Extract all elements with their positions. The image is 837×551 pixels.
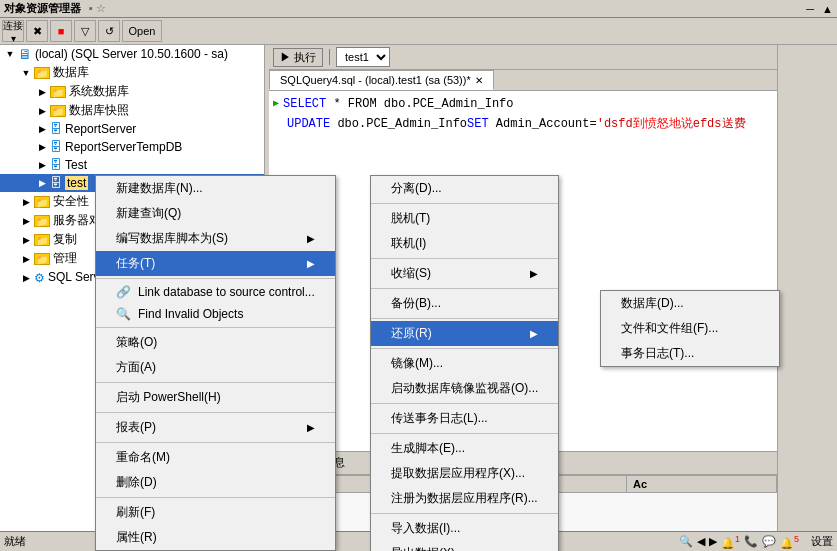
bottom-icons: 🔍 ◀ ▶ 🔔1 📞 💬 🔔5 设置 (679, 534, 833, 550)
submenu-log-ship[interactable]: 传送事务日志(L)... (371, 406, 558, 431)
rep-label: 复制 (53, 231, 77, 248)
mgmt-expander[interactable]: ▶ (18, 251, 34, 267)
submenu-backup[interactable]: 备份(B)... (371, 291, 558, 316)
submenu-shrink[interactable]: 收缩(S) ▶ (371, 261, 558, 286)
submenu-mirror[interactable]: 镜像(M)... (371, 351, 558, 376)
agent-expander[interactable]: ▶ (18, 270, 34, 286)
tree-snapshot[interactable]: ▶ 📁 数据库快照 (0, 101, 264, 120)
menu-script-db[interactable]: 编写数据库脚本为(S) ▶ (96, 226, 335, 251)
menu-powershell[interactable]: 启动 PowerShell(H) (96, 385, 335, 410)
restore-files[interactable]: 文件和文件组(F)... (601, 316, 779, 341)
snapshot-expander[interactable]: ▶ (34, 103, 50, 119)
sep-5 (96, 442, 335, 443)
restore-txlog[interactable]: 事务日志(T)... (601, 341, 779, 366)
menu-facets[interactable]: 方面(A) (96, 355, 335, 380)
menu-tasks[interactable]: 任务(T) ▶ (96, 251, 335, 276)
submenu-export[interactable]: 导出数据(X)... (371, 541, 558, 551)
chat-icon[interactable]: 💬 (762, 535, 776, 548)
menu-properties[interactable]: 属性(R) (96, 525, 335, 550)
submenu-offline[interactable]: 脱机(T) (371, 206, 558, 231)
open-btn[interactable]: Open (122, 20, 162, 42)
agent-icon: ⚙ (34, 271, 45, 285)
restore-arrow: ▶ (530, 328, 538, 339)
rep-expander[interactable]: ▶ (18, 232, 34, 248)
tab-label: SQLQuery4.sql - (local).test1 (sa (53))* (280, 74, 471, 86)
submenu-extract-dac[interactable]: 提取数据层应用程序(X)... (371, 461, 558, 486)
sec-label: 安全性 (53, 193, 89, 210)
stop-btn[interactable]: ■ (50, 20, 72, 42)
submenu-online[interactable]: 联机(I) (371, 231, 558, 256)
tsep-5 (371, 348, 558, 349)
connect-btn[interactable]: 连接 ▾ (2, 20, 24, 42)
sql-line-1: ▶ SELECT * FROM dbo.PCE_Admin_Info (273, 95, 773, 113)
menu-refresh[interactable]: 刷新(F) (96, 500, 335, 525)
execute-btn[interactable]: ▶ 执行 (273, 48, 323, 67)
sql-kw-update: UPDATE (287, 115, 330, 133)
sysdb-expander[interactable]: ▶ (34, 84, 50, 100)
sysdb-folder-icon: 📁 (50, 86, 66, 98)
sep-3 (96, 382, 335, 383)
play-prev-icon[interactable]: ◀ (697, 535, 705, 548)
submenu-restore[interactable]: 还原(R) ▶ (371, 321, 558, 346)
menu-find-invalid[interactable]: 🔍 Find Invalid Objects (96, 303, 335, 325)
top-nav-bar: 对象资源管理器 ▪ ☆ ─ ▲ (0, 0, 837, 18)
play-next-icon[interactable]: ▶ (709, 535, 717, 548)
settings-label: 设置 (811, 534, 833, 549)
tree-server-node[interactable]: ▼ 🖥 (local) (SQL Server 10.50.1600 - sa) (0, 45, 264, 63)
mgmt-folder-icon: 📁 (34, 253, 50, 265)
menu-policy[interactable]: 策略(O) (96, 330, 335, 355)
alert-icon[interactable]: 🔔5 (780, 534, 799, 550)
phone-icon[interactable]: 📞 (744, 535, 758, 548)
menu-rename[interactable]: 重命名(M) (96, 445, 335, 470)
server-expander[interactable]: ▼ (2, 46, 18, 62)
tree-system-db[interactable]: ▶ 📁 系统数据库 (0, 82, 264, 101)
sql-tab[interactable]: SQLQuery4.sql - (local).test1 (sa (53))*… (269, 70, 494, 90)
menu-new-query[interactable]: 新建查询(Q) (96, 201, 335, 226)
submenu-detach[interactable]: 分离(D)... (371, 176, 558, 201)
tree-reportserver[interactable]: ▶ 🗄 ReportServer (0, 120, 264, 138)
tree-databases[interactable]: ▼ 📁 数据库 (0, 63, 264, 82)
notification-icon[interactable]: 🔔1 (721, 534, 740, 550)
line-indicator-1: ▶ (273, 95, 279, 113)
sobj-expander[interactable]: ▶ (18, 213, 34, 229)
pin-btn[interactable]: ─ (806, 3, 814, 15)
filter-btn[interactable]: ▽ (74, 20, 96, 42)
shrink-arrow: ▶ (530, 268, 538, 279)
toolbar-sep-1 (329, 49, 330, 65)
connect-label: 连接 ▾ (3, 19, 23, 44)
tab-close-btn[interactable]: ✕ (475, 75, 483, 86)
test-expander[interactable]: ▶ (34, 157, 50, 173)
sql-text-2a: dbo.PCE_Admin_Info (330, 115, 467, 133)
rstdb-label: ReportServerTempDB (65, 140, 182, 154)
submenu-import[interactable]: 导入数据(I)... (371, 516, 558, 541)
float-btn[interactable]: ▲ (822, 3, 833, 15)
tree-reportservertempdb[interactable]: ▶ 🗄 ReportServerTempDB (0, 138, 264, 156)
sql-text-2b: Admin_Account= (489, 115, 597, 133)
submenu-gen-script[interactable]: 生成脚本(E)... (371, 436, 558, 461)
menu-delete[interactable]: 删除(D) (96, 470, 335, 495)
disconnect-btn[interactable]: ✖ (26, 20, 48, 42)
testh-expander[interactable]: ▶ (34, 175, 50, 191)
db-selector[interactable]: test1 (336, 47, 390, 67)
rstdb-expander[interactable]: ▶ (34, 139, 50, 155)
db-expander[interactable]: ▼ (18, 65, 34, 81)
testh-label: test (65, 176, 88, 190)
search-icon-bottom[interactable]: 🔍 (679, 535, 693, 548)
menu-reports[interactable]: 报表(P) ▶ (96, 415, 335, 440)
mgmt-label: 管理 (53, 250, 77, 267)
restore-db[interactable]: 数据库(D)... (601, 291, 779, 316)
testh-icon: 🗄 (50, 176, 62, 190)
refresh-btn[interactable]: ↺ (98, 20, 120, 42)
menu-link-source[interactable]: 🔗 Link database to source control... (96, 281, 335, 303)
tree-test[interactable]: ▶ 🗄 Test (0, 156, 264, 174)
menu-new-db[interactable]: 新建数据库(N)... (96, 176, 335, 201)
sql-chinese-text: 到愤怒地说 (633, 115, 693, 133)
open-label: Open (129, 25, 156, 37)
submenu-mirror-monitor[interactable]: 启动数据库镜像监视器(O)... (371, 376, 558, 401)
submenu-reg-dac[interactable]: 注册为数据层应用程序(R)... (371, 486, 558, 511)
sec-expander[interactable]: ▶ (18, 194, 34, 210)
rs-expander[interactable]: ▶ (34, 121, 50, 137)
tsep-2 (371, 258, 558, 259)
editor-toolbar: ▶ 执行 test1 (269, 45, 777, 70)
sql-line-2: UPDATE dbo.PCE_Admin_Info SET Admin_Acco… (273, 115, 773, 133)
